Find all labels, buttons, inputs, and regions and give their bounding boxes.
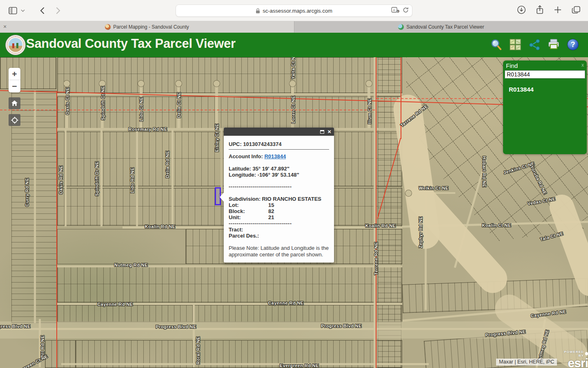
road: [57, 303, 402, 305]
share-map-icon[interactable]: [528, 38, 541, 51]
url-bar[interactable]: sc-assessor.maps.arcgis.com Ax: [176, 4, 412, 17]
cul-de-sac: [213, 80, 220, 87]
parcel-block: [57, 96, 402, 129]
popup-leader-arrow: [220, 193, 224, 202]
share-icon[interactable]: [536, 5, 544, 15]
find-panel-title: Find: [506, 62, 587, 69]
browser-toolbar: sc-assessor.maps.arcgis.com Ax: [0, 0, 588, 21]
find-panel: Find x R013844: [503, 61, 587, 154]
tab-overview-icon[interactable]: [572, 6, 581, 14]
translate-icon[interactable]: Ax: [391, 7, 399, 13]
cul-de-sac: [405, 190, 412, 197]
parcel-des-label: Parcel Des.:: [229, 233, 329, 239]
popup-note: Please Note: Latitude and Longitude is t…: [229, 245, 329, 258]
tab-parcel-mapping[interactable]: × Parcel Mapping - Sandoval County: [0, 21, 294, 33]
road: [172, 130, 174, 227]
street-label: Evergreen Ct NE: [13, 354, 49, 368]
find-result-item[interactable]: R013844: [509, 86, 587, 93]
tab-bar: × Parcel Mapping - Sandoval County Sando…: [0, 21, 588, 33]
road: [34, 91, 36, 323]
latitude-value: Latitude: 35° 19' 47.892": [229, 166, 329, 172]
basemap-gallery-icon[interactable]: [509, 38, 521, 51]
parcel-block: [57, 305, 402, 322]
block-row: Block:82: [229, 208, 329, 214]
parcel-block: [57, 267, 402, 303]
maximize-icon[interactable]: [320, 130, 324, 134]
cul-de-sac: [365, 80, 372, 87]
find-close-icon[interactable]: x: [581, 62, 584, 68]
unit-row: Unit:21: [229, 214, 329, 220]
find-input[interactable]: [505, 70, 585, 79]
upc-value: UPC: 1013074243374: [229, 141, 329, 147]
tab-title: Sandoval County Tax Parcel Viewer: [406, 24, 484, 30]
zoom-out-button[interactable]: −: [9, 80, 20, 92]
sidebar-chevron-icon[interactable]: [20, 5, 25, 16]
app-header: Sandoval County Tax Parcel Viewer ?: [0, 33, 588, 57]
home-button[interactable]: [9, 97, 20, 109]
longitude-value: Longitude: -106° 39' 53.148": [229, 172, 329, 178]
road: [136, 130, 138, 227]
map-attribution: Maxar | Esri, HERE, iPC: [496, 359, 557, 366]
esri-wordmark: esri: [560, 357, 588, 368]
close-icon[interactable]: ×: [327, 129, 331, 135]
road: [65, 130, 67, 227]
downloads-icon[interactable]: [517, 5, 526, 14]
road: [368, 87, 370, 128]
tab-favicon-seal: [105, 24, 111, 30]
reload-icon[interactable]: [403, 7, 409, 13]
subdivision-value: Subdivision: RIO RANCHO ESTATES: [229, 196, 329, 202]
tract-label: Tract:: [229, 227, 329, 233]
section-line-dashed: [0, 110, 375, 110]
section-line: [376, 57, 376, 368]
safari-window: sc-assessor.maps.arcgis.com Ax: [0, 0, 588, 368]
parcel-block: [57, 229, 186, 264]
print-icon[interactable]: [548, 38, 560, 51]
road: [220, 130, 223, 195]
divider-dashes: --------------------------------: [229, 184, 329, 190]
cul-de-sac: [99, 80, 106, 87]
tab-favicon-globe: [398, 24, 404, 30]
locate-button[interactable]: [9, 114, 20, 126]
tab-tax-parcel-viewer[interactable]: Sandoval County Tax Parcel Viewer: [294, 21, 588, 33]
esri-globe-icon: [585, 352, 588, 355]
zoom-control: + −: [9, 68, 20, 92]
cul-de-sac: [63, 80, 70, 87]
cul-de-sac: [289, 80, 296, 87]
forward-button-icon[interactable]: [53, 5, 64, 16]
svg-text:A: A: [393, 8, 395, 12]
help-icon[interactable]: ?: [567, 38, 579, 51]
url-text: sc-assessor.maps.arcgis.com: [263, 8, 332, 14]
lock-icon: [256, 8, 260, 13]
road: [39, 319, 41, 367]
tab-title: Parcel Mapping - Sandoval County: [113, 24, 189, 30]
divider-dashes: --------------------------------: [229, 220, 329, 227]
road: [0, 328, 588, 330]
parcel-block: [57, 57, 402, 93]
cul-de-sac: [138, 80, 145, 87]
locate-icon: [11, 117, 18, 124]
road: [177, 87, 180, 128]
road: [100, 130, 102, 227]
esri-logo: POWERED BY esri: [560, 350, 588, 368]
cul-de-sac: [175, 80, 182, 87]
section-line: [56, 91, 57, 368]
zoom-in-button[interactable]: +: [9, 68, 20, 80]
popup-title-bar[interactable]: ×: [224, 128, 334, 136]
search-icon[interactable]: [490, 38, 502, 51]
home-icon: [11, 100, 18, 106]
sidebar-toggle-icon[interactable]: [7, 5, 18, 16]
tab-close-icon[interactable]: ×: [3, 23, 7, 30]
lot-row: Lot:15: [229, 202, 329, 208]
map-canvas[interactable]: Oasis Ct NESpindrift Ct NELido Ct NEDeli…: [0, 57, 588, 368]
county-seal-logo: [5, 35, 26, 55]
road: [140, 87, 143, 128]
popup-body: UPC: 1013074243374 Account Info: R013844…: [224, 136, 334, 263]
road: [57, 265, 402, 267]
account-info-row: Account Info: R013844: [229, 153, 329, 159]
road: [193, 305, 195, 367]
back-button-icon[interactable]: [37, 5, 47, 16]
account-link[interactable]: R013844: [264, 153, 286, 159]
parcel-info-popup: × UPC: 1013074243374 Account Info: R0138…: [224, 128, 334, 263]
road: [65, 87, 68, 128]
new-tab-icon[interactable]: [554, 6, 562, 14]
